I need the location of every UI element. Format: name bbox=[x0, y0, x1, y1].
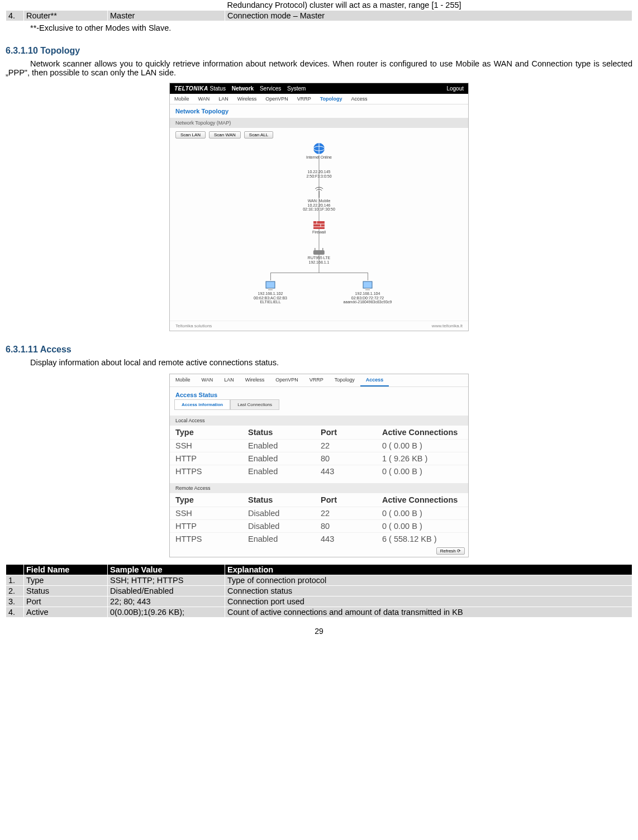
access-paragraph: Display information about local and remo… bbox=[6, 358, 632, 367]
remote-access-table: Type Status Port Active Connections SSHD… bbox=[170, 493, 468, 545]
footer-right: www.teltonika.lt bbox=[432, 323, 463, 328]
table-row: HTTPEnabled801 ( 9.26 KB ) bbox=[170, 452, 468, 465]
topology-paragraph: Network scanner allows you to quickly re… bbox=[6, 59, 632, 77]
nav-services[interactable]: Services bbox=[260, 85, 281, 92]
subtabs: Mobile WAN LAN Wireless OpenVPN VRRP Top… bbox=[170, 94, 468, 104]
footnote: **-Exclusive to other Modes with Slave. bbox=[6, 23, 632, 32]
table-header-row: Field Name Sample Value Explanation bbox=[6, 565, 632, 575]
footer-left: Teltonika solutions bbox=[175, 323, 212, 328]
tab-lan[interactable]: LAN bbox=[214, 94, 233, 104]
tab-access[interactable]: Access bbox=[360, 374, 389, 386]
local-access-table: Type Status Port Active Connections SSHE… bbox=[170, 426, 468, 478]
panel-title: Network Topology bbox=[170, 104, 468, 118]
tab-lan[interactable]: LAN bbox=[218, 374, 240, 386]
tab-openvpn[interactable]: OpenVPN bbox=[270, 374, 304, 386]
svg-rect-9 bbox=[313, 250, 325, 255]
tab-wan[interactable]: WAN bbox=[194, 94, 215, 104]
table-row: HTTPDisabled800 ( 0.00 B ) bbox=[170, 520, 468, 533]
table-row: 4. Router** Master Connection mode – Mas… bbox=[6, 11, 632, 21]
remote-access-header: Remote Access bbox=[170, 483, 468, 493]
brand-logo: TELTONIKA bbox=[174, 85, 208, 92]
panel-subtitle: Network Topology (MAP) bbox=[170, 118, 468, 128]
tab-mobile[interactable]: Mobile bbox=[170, 374, 196, 386]
table-row: 3.Port22; 80; 443Connection port used bbox=[6, 596, 632, 607]
tab-topology[interactable]: Topology bbox=[316, 94, 347, 104]
table-row: SSHEnabled220 ( 0.00 B ) bbox=[170, 440, 468, 452]
table-row: HTTPSEnabled4436 ( 558.12 KB ) bbox=[170, 533, 468, 546]
antenna-icon bbox=[313, 187, 325, 199]
table-row: 2.StatusDisabled/EnabledConnection statu… bbox=[6, 586, 632, 596]
router-icon bbox=[312, 248, 326, 256]
scan-all-button[interactable]: Scan ALL bbox=[244, 131, 273, 139]
scan-wan-button[interactable]: Scan WAN bbox=[209, 131, 241, 139]
subtab-access-info[interactable]: Access information bbox=[174, 399, 230, 410]
svg-rect-12 bbox=[266, 281, 275, 288]
scan-lan-button[interactable]: Scan LAN bbox=[175, 131, 206, 139]
svg-rect-4 bbox=[313, 221, 325, 229]
topology-map: Internet Online 10.22.20.145 2:50:F3:3:0… bbox=[170, 142, 468, 321]
globe-icon bbox=[312, 142, 326, 155]
nav-network[interactable]: Network bbox=[232, 85, 254, 92]
topology-screenshot: TELTONIKA Status Network Services System… bbox=[169, 83, 469, 331]
section-heading-access: 6.3.1.11 Access bbox=[6, 345, 632, 355]
table-row: HTTPSEnabled4430 ( 0.00 B ) bbox=[170, 465, 468, 478]
tab-wan[interactable]: WAN bbox=[196, 374, 219, 386]
top-table: Redundancy Protocol) cluster will act as… bbox=[6, 0, 632, 21]
pc-icon bbox=[361, 280, 374, 292]
access-fields-table: Field Name Sample Value Explanation 1.Ty… bbox=[6, 564, 632, 618]
table-row: Redundancy Protocol) cluster will act as… bbox=[6, 0, 632, 11]
table-row: SSHDisabled220 ( 0.00 B ) bbox=[170, 507, 468, 520]
table-row: 1.TypeSSH; HTTP; HTTPSType of connection… bbox=[6, 575, 632, 586]
tab-wireless[interactable]: Wireless bbox=[240, 374, 270, 386]
svg-rect-13 bbox=[268, 288, 273, 290]
tab-wireless[interactable]: Wireless bbox=[233, 94, 261, 104]
tab-mobile[interactable]: Mobile bbox=[170, 94, 194, 104]
tab-openvpn[interactable]: OpenVPN bbox=[261, 94, 293, 104]
tab-vrrp[interactable]: VRRP bbox=[293, 94, 316, 104]
logout-link[interactable]: Logout bbox=[446, 85, 464, 92]
pc-icon bbox=[264, 280, 277, 292]
firewall-icon bbox=[313, 220, 325, 230]
subtab-last-connections[interactable]: Last Connections bbox=[230, 399, 279, 410]
page-number: 29 bbox=[6, 627, 632, 636]
table-row: 4.Active0(0.00B);1(9.26 KB);Count of act… bbox=[6, 607, 632, 618]
tab-access[interactable]: Access bbox=[347, 94, 372, 104]
refresh-button[interactable]: Refresh ⟳ bbox=[436, 547, 465, 555]
svg-rect-14 bbox=[363, 281, 372, 288]
section-heading-topology: 6.3.1.10 Topology bbox=[6, 46, 632, 56]
access-title: Access Status bbox=[170, 387, 468, 399]
local-access-header: Local Access bbox=[170, 416, 468, 426]
tab-topology[interactable]: Topology bbox=[329, 374, 360, 386]
svg-rect-15 bbox=[365, 288, 370, 290]
nav-system[interactable]: System bbox=[287, 85, 306, 92]
top-nav: Status Network Services System bbox=[210, 85, 311, 92]
access-screenshot: Mobile WAN LAN Wireless OpenVPN VRRP Top… bbox=[169, 374, 469, 557]
nav-status[interactable]: Status bbox=[210, 85, 226, 92]
prev-explanation: Redundancy Protocol) cluster will act as… bbox=[225, 0, 632, 11]
tab-vrrp[interactable]: VRRP bbox=[304, 374, 329, 386]
